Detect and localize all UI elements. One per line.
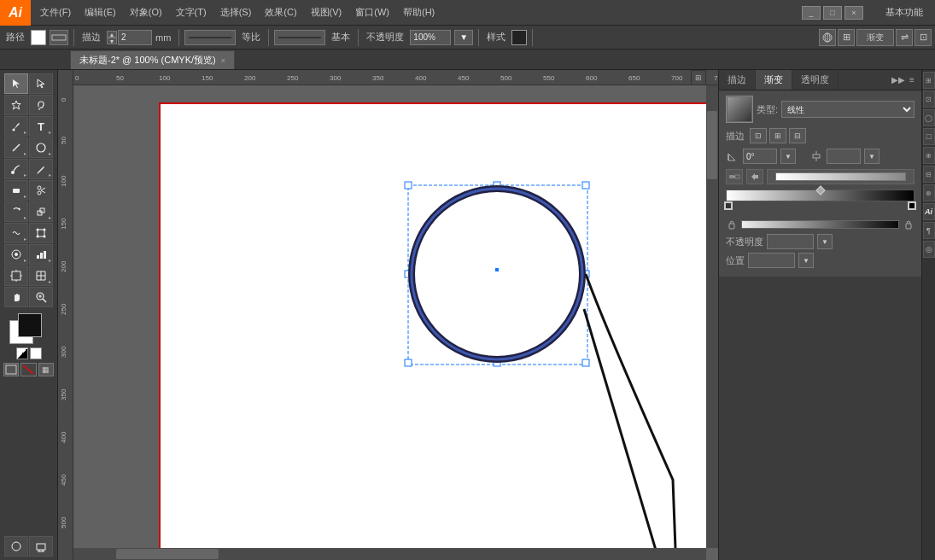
hand-tool[interactable] bbox=[4, 287, 28, 307]
swap-colors-btn[interactable] bbox=[16, 347, 28, 359]
panel-forward-btn[interactable]: ▶▶ bbox=[892, 74, 904, 86]
document-tab[interactable]: 未标题-2* @ 100% (CMYK/预览) × bbox=[70, 50, 235, 69]
text-tool[interactable]: T ▸ bbox=[29, 116, 53, 137]
stroke-width-input[interactable] bbox=[118, 30, 152, 45]
gradient-type-select[interactable]: 线性 bbox=[781, 101, 915, 118]
gradient-preview-swatch[interactable] bbox=[726, 96, 753, 123]
panel-menu-btn[interactable]: ≡ bbox=[906, 74, 918, 86]
menu-text[interactable]: 文字(T) bbox=[170, 3, 213, 22]
panel-tab-opacity[interactable]: 透明度 bbox=[792, 70, 839, 90]
svg-point-21 bbox=[37, 236, 39, 238]
svg-text:250: 250 bbox=[60, 303, 67, 315]
rt-icon-5[interactable]: ⊕ bbox=[923, 147, 935, 164]
gradient-stop-left[interactable] bbox=[724, 201, 733, 210]
warp-tool[interactable]: ▸ bbox=[4, 223, 28, 243]
rt-icon-10[interactable]: ◎ bbox=[923, 241, 935, 258]
menu-select[interactable]: 选择(S) bbox=[214, 3, 258, 22]
artboard-tool[interactable] bbox=[4, 265, 28, 286]
reverse-gradient-btn[interactable] bbox=[726, 169, 743, 184]
horizontal-scrollbar[interactable] bbox=[73, 548, 706, 560]
angle-input[interactable] bbox=[743, 149, 777, 164]
position-dropdown[interactable]: ▼ bbox=[798, 253, 814, 268]
menu-object[interactable]: 对象(O) bbox=[124, 3, 168, 22]
aspect-dropdown[interactable]: ▼ bbox=[864, 149, 879, 164]
magic-wand-tool[interactable] bbox=[4, 95, 28, 115]
panel-tab-gradient[interactable]: 渐变 bbox=[756, 70, 792, 90]
select-tool[interactable] bbox=[4, 73, 28, 94]
opacity-input[interactable] bbox=[410, 30, 451, 45]
menu-file[interactable]: 文件(F) bbox=[34, 3, 77, 22]
pencil-tool[interactable]: ▸ bbox=[29, 159, 53, 179]
free-transform-tool[interactable] bbox=[29, 223, 53, 243]
stroke-check-1[interactable]: ⊡ bbox=[750, 128, 767, 143]
stroke-width-down[interactable]: ▼ bbox=[107, 38, 117, 44]
screen-mode-btn[interactable] bbox=[29, 536, 53, 557]
ruler-top: 0 50 100 150 200 250 300 350 400 450 500… bbox=[73, 70, 718, 85]
default-colors-btn[interactable] bbox=[30, 347, 42, 359]
rt-text-ai[interactable]: Ai bbox=[923, 203, 935, 220]
rotate-tool[interactable]: ▸ bbox=[4, 201, 28, 222]
lock-icon bbox=[726, 219, 738, 230]
swap-gradient-btn[interactable] bbox=[746, 169, 763, 184]
lasso-tool[interactable] bbox=[29, 95, 53, 115]
style-swatch[interactable] bbox=[511, 30, 527, 45]
ellipse-tool[interactable]: ▸ bbox=[29, 137, 53, 158]
opacity-value-dropdown[interactable]: ▼ bbox=[817, 234, 833, 249]
stroke-color-swatch[interactable] bbox=[31, 30, 46, 45]
menu-window[interactable]: 窗口(W) bbox=[349, 3, 395, 22]
globe-icon[interactable] bbox=[819, 29, 836, 46]
symbol-tool[interactable]: ▸ bbox=[4, 244, 28, 265]
gradient-btn[interactable]: ▦ bbox=[38, 363, 54, 376]
win-minimize[interactable]: _ bbox=[802, 6, 821, 20]
align-icon[interactable]: ⊞ bbox=[838, 29, 855, 46]
rt-icon-4[interactable]: ☐ bbox=[923, 128, 935, 145]
rt-icon-3[interactable]: ◯ bbox=[923, 109, 935, 126]
envelope-icon[interactable]: ⊡ bbox=[915, 29, 932, 46]
stroke-check-2[interactable]: ⊞ bbox=[769, 128, 786, 143]
line-basic-preview[interactable] bbox=[274, 30, 325, 45]
slice-tool[interactable]: ▸ bbox=[29, 265, 53, 286]
graph-tool[interactable]: ▸ bbox=[29, 244, 53, 265]
win-maximize[interactable]: □ bbox=[823, 6, 842, 20]
zoom-tool[interactable] bbox=[29, 287, 53, 307]
tab-close-btn[interactable]: × bbox=[221, 56, 225, 65]
none-stroke-btn[interactable] bbox=[20, 363, 36, 376]
menu-view[interactable]: 视图(V) bbox=[305, 3, 348, 22]
panel-tab-stroke[interactable]: 描边 bbox=[719, 70, 756, 90]
draw-mode-btn[interactable] bbox=[4, 536, 28, 557]
rt-icon-7[interactable]: ⊗ bbox=[923, 184, 935, 201]
vertical-scrollbar[interactable] bbox=[706, 85, 718, 548]
color-mode-btn[interactable] bbox=[3, 363, 19, 376]
line-tool[interactable]: ▸ bbox=[4, 137, 28, 158]
opacity-gradient-bar[interactable] bbox=[741, 220, 899, 229]
gradient-stop-right[interactable] bbox=[908, 201, 916, 210]
opacity-value-input[interactable] bbox=[767, 234, 814, 249]
win-close[interactable]: × bbox=[844, 6, 863, 20]
paintbrush-tool[interactable]: ▸ bbox=[4, 159, 28, 179]
aspect-input[interactable] bbox=[827, 149, 861, 164]
menu-effect[interactable]: 效果(C) bbox=[259, 3, 302, 22]
scale-tool[interactable]: ▸ bbox=[29, 201, 53, 222]
rt-icon-2[interactable]: ⊡ bbox=[923, 90, 935, 108]
stroke-width-up[interactable]: ▲ bbox=[107, 31, 117, 38]
line-style-preview[interactable] bbox=[184, 30, 236, 45]
eraser-tool[interactable]: ▸ bbox=[4, 180, 28, 201]
scissors-tool[interactable] bbox=[29, 180, 53, 201]
pen-tool[interactable]: ▸ bbox=[4, 116, 28, 137]
rt-icon-1[interactable]: ⊞ bbox=[923, 72, 935, 89]
position-input[interactable] bbox=[748, 253, 795, 268]
direct-select-tool[interactable] bbox=[29, 73, 53, 94]
menu-edit[interactable]: 编辑(E) bbox=[79, 3, 122, 22]
rt-icon-9[interactable]: ¶ bbox=[923, 222, 935, 239]
rt-icon-6[interactable]: ⊟ bbox=[923, 166, 935, 183]
transform-btn[interactable]: 渐变 bbox=[856, 29, 894, 46]
stroke-check-3[interactable]: ⊟ bbox=[789, 128, 806, 143]
flip-icon[interactable]: ⇌ bbox=[896, 29, 913, 46]
angle-dropdown[interactable]: ▼ bbox=[780, 149, 796, 164]
foreground-color-swatch[interactable] bbox=[18, 313, 42, 337]
panel-expand-arrow[interactable]: ⊞ bbox=[691, 70, 706, 85]
gradient-preset-btn[interactable] bbox=[767, 169, 915, 184]
menu-help[interactable]: 帮助(H) bbox=[397, 3, 441, 22]
opacity-dropdown[interactable]: ▼ bbox=[454, 30, 473, 45]
stroke-type-selector[interactable] bbox=[50, 30, 68, 45]
